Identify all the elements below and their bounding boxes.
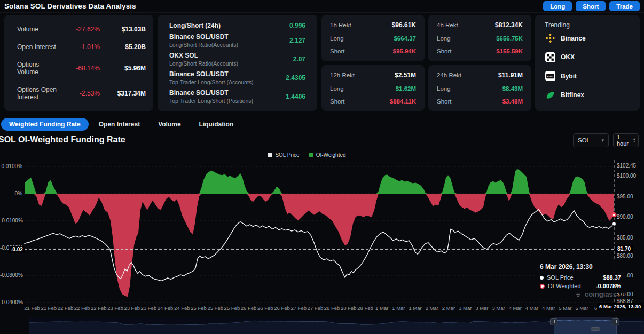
x-axis-tick: 2 Mar <box>426 305 438 311</box>
x-axis-tick: 1 Mar <box>392 305 405 311</box>
long-short-subtitle: Top Trader Long/Short (Accounts) <box>169 79 286 85</box>
tooltip-series-value: $88.37 <box>603 274 621 281</box>
oi-weighted-last-point <box>612 213 616 217</box>
rekt-short-row: Short$155.59K <box>437 48 523 54</box>
trending-item-label: Bitfinex <box>561 91 584 99</box>
legend-item-oi-weighted[interactable]: OI-Weighted <box>309 152 346 158</box>
stat-value: $317.34M <box>100 90 146 97</box>
chart-tabs: Weighted Funding RateOpen InterestVolume… <box>1 118 241 131</box>
rekt-long-label: Long <box>330 85 396 92</box>
rekt-total: $2.51M <box>395 71 416 79</box>
interval-select-value: 1 hour <box>617 134 630 147</box>
solana-derivatives-dashboard: Solana SOL Derivatives Data Analysis Lon… <box>0 0 644 334</box>
trending-title: Trending <box>545 21 630 29</box>
long-short-title: OKX SOL <box>169 52 293 59</box>
legend-swatch <box>268 153 272 157</box>
long-short-subtitle: Long/Short Ratio(Accounts) <box>169 60 293 67</box>
chart-tooltip: 6 Mar 2026, 13:30 SOL Price$88.37OI-Weig… <box>535 259 626 293</box>
interval-select[interactable]: 1 hour ▴▾ <box>613 133 639 147</box>
tab-weighted-funding-rate[interactable]: Weighted Funding Rate <box>1 118 89 131</box>
left-axis-tick: -0.0100% <box>0 218 22 224</box>
x-axis-tick: 4 Mar <box>525 305 538 311</box>
right-axis-tick: $100.00 <box>617 173 636 179</box>
derivatives-stats-card: Volume-27.62%$13.03BOpen Interest-1.01%$… <box>4 15 153 111</box>
navigator-scrollbar-thumb[interactable] <box>591 327 600 331</box>
x-axis-tick: 25 Feb <box>191 305 207 311</box>
long-button[interactable]: Long <box>543 1 572 11</box>
rekt-long-label: Long <box>330 35 394 42</box>
stat-value: $5.96M <box>100 65 146 72</box>
rekt-header-row: 1h Rekt$96.61K <box>330 21 416 29</box>
tab-liquidation[interactable]: Liquidation <box>191 118 242 131</box>
navigator-mask-right <box>616 317 644 334</box>
x-axis-tick: 26 Feb <box>274 305 290 311</box>
tab-open-interest[interactable]: Open Interest <box>91 118 148 131</box>
rekt-long-label: Long <box>437 85 502 92</box>
x-axis-tick: 27 Feb <box>290 305 307 311</box>
rekt-long-row: Long$8.43M <box>437 85 523 92</box>
rekt-label: 4h Rekt <box>437 22 495 28</box>
trending-item-binance[interactable]: Binance <box>545 33 630 44</box>
rekt-long-row: Long$1.62M <box>330 85 416 92</box>
right-axis-tick: $85.00 <box>617 235 633 241</box>
rekt-label: 24h Rekt <box>437 72 498 78</box>
rekt-short-row: Short$95.94K <box>330 48 416 54</box>
rekt-card: 12h Rekt$2.51MLong$1.62MShort$884.11K <box>321 65 425 112</box>
long-short-value: 0.996 <box>289 22 305 29</box>
navigator-selection[interactable] <box>554 317 617 334</box>
bybit-logo-icon: BYBIT <box>545 71 555 82</box>
rekt-short-label: Short <box>330 48 393 54</box>
rekt-card: 24h Rekt$11.91MLong$8.43MShort$3.48M <box>428 65 531 112</box>
stats-row: Options Volume-68.14%$5.96M <box>17 61 146 76</box>
x-axis-tick: 4 Mar <box>509 305 522 311</box>
stat-change: -2.53% <box>61 90 100 97</box>
long-short-subtitle: Top Trader Long/Short (Positions) <box>169 98 286 104</box>
symbol-select-value: SOL <box>578 137 590 144</box>
trending-item-bybit[interactable]: BYBITBybit <box>545 71 630 82</box>
stats-row: Options Open Interest-2.53%$317.34M <box>17 86 146 101</box>
long-short-title: Binance SOL/USDT <box>169 33 289 41</box>
stat-label: Options Open Interest <box>17 86 61 101</box>
x-axis-tick: 23 Feb <box>107 305 123 311</box>
long-short-label: OKX SOLLong/Short Ratio(Accounts) <box>169 52 293 67</box>
long-short-label: Binance SOL/USDTLong/Short Ratio(Account… <box>169 33 289 48</box>
long-short-value: 2.4305 <box>286 74 305 82</box>
rekt-long-value: $8.43M <box>502 85 523 92</box>
long-short-row: Binance SOL/USDTTop Trader Long/Short (P… <box>169 89 305 104</box>
navigator-handle-left[interactable] <box>550 318 557 325</box>
long-short-row: OKX SOLLong/Short Ratio(Accounts)2.07 <box>169 52 305 67</box>
x-axis-tick: 24 Feb <box>174 305 190 311</box>
rekt-short-label: Short <box>437 98 502 105</box>
tab-volume[interactable]: Volume <box>150 118 189 131</box>
tooltip-series-value: -0.0078% <box>596 283 621 289</box>
spinner-up-down-icon: ▴▾ <box>633 138 635 143</box>
rekt-total: $812.34K <box>495 21 523 29</box>
navigator-handle-right[interactable] <box>612 318 619 325</box>
chevron-down-icon: ▾ <box>601 138 604 143</box>
stats-row: Open Interest-1.01%$5.20B <box>17 43 146 51</box>
page-header: Solana SOL Derivatives Data Analysis Lon… <box>0 0 644 13</box>
stat-label: Options Volume <box>17 61 61 76</box>
rekt-total: $11.91M <box>498 71 523 79</box>
rekt-long-row: Long$664.37 <box>330 35 416 42</box>
rekt-header-row: 4h Rekt$812.34K <box>437 21 523 29</box>
trending-item-label: Binance <box>561 35 586 42</box>
tooltip-series-name: SOL Price <box>547 274 603 281</box>
rekt-short-value: $3.48M <box>502 98 523 105</box>
x-axis-tick: 22 Feb <box>74 305 90 311</box>
x-axis-tick: 28 Feb <box>357 305 373 311</box>
trade-button[interactable]: Trade <box>609 1 640 11</box>
long-short-title: Binance SOL/USDT <box>169 89 286 97</box>
x-axis-tick: 23 Feb <box>124 305 140 311</box>
tooltip-series-name: OI-Weighted <box>548 283 596 289</box>
trending-item-bitfinex[interactable]: Bitfinex <box>545 90 630 100</box>
legend-item-sol-price[interactable]: SOL Price <box>268 152 299 158</box>
short-button[interactable]: Short <box>576 1 606 11</box>
long-short-label: Binance SOL/USDTTop Trader Long/Short (P… <box>169 89 286 104</box>
trending-item-okx[interactable]: OKX <box>545 52 630 62</box>
left-axis-tick: 0.0100% <box>0 163 22 169</box>
x-axis-tick: 3 Mar <box>492 305 505 311</box>
symbol-select[interactable]: SOL ▾ <box>573 133 609 147</box>
x-axis-tick: 5 Mar <box>559 305 571 311</box>
tooltip-row: OI-Weighted-0.0078% <box>540 283 621 289</box>
